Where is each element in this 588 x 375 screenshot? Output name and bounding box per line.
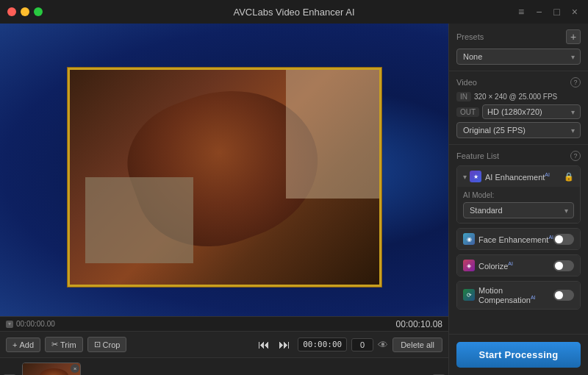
menu-icon-button[interactable]: ≡ bbox=[515, 4, 527, 19]
right-panel: Presets + None Custom 1 Custom 2 ▾ Video… bbox=[448, 24, 588, 375]
ai-enhancement-item: ▾ ★ AI EnhancementAI 🔒 AI Model: Standar… bbox=[456, 165, 581, 224]
colorize-icon: ◈ bbox=[463, 260, 475, 271]
scene-box bbox=[85, 177, 193, 263]
clip-track: ‹ × deinterlace.mxt › bbox=[0, 358, 448, 375]
maximize-button[interactable] bbox=[34, 7, 43, 16]
resolution-select[interactable]: HD (1280x720) Full HD (1920x1080) 4K (38… bbox=[482, 104, 581, 119]
motion-compensation-label: Motion CompensationAI bbox=[478, 286, 553, 304]
visibility-icon[interactable]: 👁 bbox=[378, 339, 388, 351]
video-help-button[interactable]: ? bbox=[570, 77, 581, 88]
fps-select-wrap: Original (25 FPS) 24 FPS 30 FPS 60 FPS ▾ bbox=[456, 122, 581, 138]
video-in-row: IN 320 × 240 @ 25.000 FPS bbox=[456, 92, 581, 101]
resolution-select-wrap: HD (1280x720) Full HD (1920x1080) 4K (38… bbox=[482, 104, 581, 119]
face-enhancement-item: ◉ Face EnhancementAI bbox=[456, 228, 581, 250]
ai-enhancement-body: AI Model: Standard Premium Ultra ▾ bbox=[457, 187, 580, 223]
ai-enhancement-icon: ★ bbox=[470, 171, 481, 182]
add-preset-button[interactable]: + bbox=[566, 29, 581, 44]
face-enhancement-label: Face EnhancementAI bbox=[478, 235, 553, 244]
video-label: Video ? bbox=[456, 77, 581, 88]
feature-list-section: Feature List ? ▾ ★ AI EnhancementAI 🔒 AI… bbox=[449, 145, 588, 320]
feature-list-help-button[interactable]: ? bbox=[570, 151, 581, 161]
delete-all-button[interactable]: Delete all bbox=[392, 338, 442, 352]
timeline-start-time: 00:00:00.00 bbox=[16, 320, 55, 328]
traffic-lights[interactable] bbox=[7, 7, 43, 16]
main-content: ▾ 00:00:00.00 00:00:10.08 + Add ✂ Trim ⊡… bbox=[0, 24, 588, 375]
scene-wall bbox=[286, 70, 379, 199]
face-enhancement-icon: ◉ bbox=[463, 233, 475, 245]
title-bar: AVCLabs Video Enhancer AI ≡ − □ × bbox=[0, 0, 588, 24]
feature-list-header: Feature List ? bbox=[456, 151, 581, 161]
out-tag: OUT bbox=[456, 107, 479, 117]
video-scene bbox=[70, 70, 379, 285]
video-preview bbox=[0, 24, 448, 316]
video-frame bbox=[0, 24, 448, 316]
face-enhancement-row[interactable]: ◉ Face EnhancementAI bbox=[457, 229, 580, 249]
trim-label: Trim bbox=[60, 340, 76, 349]
trim-button[interactable]: ✂ Trim bbox=[45, 337, 83, 352]
face-enhancement-toggle[interactable] bbox=[553, 234, 574, 245]
crop-label: Crop bbox=[103, 340, 121, 349]
video-out-row: OUT HD (1280x720) Full HD (1920x1080) 4K… bbox=[456, 104, 581, 119]
close-button[interactable] bbox=[7, 7, 16, 16]
presets-select[interactable]: None Custom 1 Custom 2 bbox=[456, 49, 581, 65]
colorize-row[interactable]: ◈ ColorizeAI bbox=[457, 255, 580, 276]
colorize-ai-sup: AI bbox=[508, 261, 513, 266]
lock-icon[interactable]: 🔒 bbox=[564, 172, 574, 182]
ai-enhancement-label: AI EnhancementAI bbox=[485, 172, 564, 182]
video-inner-frame bbox=[68, 68, 381, 288]
presets-select-wrap: None Custom 1 Custom 2 ▾ bbox=[456, 49, 581, 65]
motion-compensation-item: ⟳ Motion CompensationAI bbox=[456, 281, 581, 310]
start-processing-button[interactable]: Start Processing bbox=[456, 342, 581, 368]
motion-compensation-icon: ⟳ bbox=[463, 289, 475, 301]
app-title: AVCLabs Video Enhancer AI bbox=[233, 7, 354, 18]
trim-icon: ✂ bbox=[51, 340, 58, 349]
ai-model-select[interactable]: Standard Premium Ultra bbox=[463, 202, 574, 218]
expand-icon: ▾ bbox=[463, 173, 467, 181]
clip-close-button[interactable]: × bbox=[71, 364, 79, 373]
window-close-btn[interactable]: × bbox=[569, 4, 581, 19]
timeline-area: ▾ 00:00:00.00 00:00:10.08 + Add ✂ Trim ⊡… bbox=[0, 316, 448, 375]
window-controls[interactable]: ≡ − □ × bbox=[515, 4, 581, 19]
timeline-end-time: 00:00:10.08 bbox=[396, 319, 442, 329]
window-maximize-btn[interactable]: □ bbox=[551, 4, 562, 19]
clip-container: × deinterlace.mxt bbox=[16, 360, 432, 375]
current-time-display: 00:00:00 bbox=[298, 338, 347, 351]
playhead-icon: ▾ bbox=[6, 321, 13, 328]
start-processing-wrap: Start Processing bbox=[449, 334, 588, 375]
crop-button[interactable]: ⊡ Crop bbox=[87, 337, 127, 352]
motion-compensation-toggle[interactable] bbox=[553, 290, 574, 301]
ai-model-label: AI Model: bbox=[463, 191, 574, 199]
clip-thumb-decoration bbox=[40, 368, 68, 375]
in-value: 320 × 240 @ 25.000 FPS bbox=[474, 93, 557, 101]
skip-back-button[interactable]: ⏮ bbox=[255, 338, 273, 352]
window-minimize-btn[interactable]: − bbox=[533, 4, 545, 19]
timeline-ruler: ▾ 00:00:00.00 00:00:10.08 bbox=[0, 317, 448, 332]
video-section: Video ? IN 320 × 240 @ 25.000 FPS OUT HD… bbox=[449, 71, 588, 145]
add-icon: + bbox=[12, 340, 17, 349]
minimize-button[interactable] bbox=[21, 7, 29, 16]
skip-forward-button[interactable]: ⏭ bbox=[276, 338, 293, 352]
fps-select[interactable]: Original (25 FPS) 24 FPS 30 FPS 60 FPS bbox=[456, 122, 581, 138]
in-tag: IN bbox=[456, 92, 471, 101]
feature-list-label: Feature List bbox=[456, 151, 499, 160]
ai-sup: AI bbox=[545, 172, 550, 177]
left-panel: ▾ 00:00:00.00 00:00:10.08 + Add ✂ Trim ⊡… bbox=[0, 24, 448, 375]
transport-controls: ⏮ ⏭ bbox=[255, 338, 293, 352]
presets-section: Presets + None Custom 1 Custom 2 ▾ bbox=[449, 24, 588, 71]
colorize-label: ColorizeAI bbox=[478, 261, 553, 271]
ai-enhancement-row[interactable]: ▾ ★ AI EnhancementAI 🔒 bbox=[457, 166, 580, 187]
crop-icon: ⊡ bbox=[94, 340, 101, 349]
ai-model-select-wrap: Standard Premium Ultra ▾ bbox=[463, 202, 574, 218]
colorize-item: ◈ ColorizeAI bbox=[456, 254, 581, 276]
timeline-start: ▾ 00:00:00.00 bbox=[6, 320, 55, 328]
colorize-toggle[interactable] bbox=[553, 260, 574, 271]
presets-label: Presets + bbox=[456, 29, 581, 44]
motion-compensation-row[interactable]: ⟳ Motion CompensationAI bbox=[457, 282, 580, 309]
clip-item[interactable]: × deinterlace.mxt bbox=[22, 362, 81, 375]
add-button[interactable]: + Add bbox=[6, 338, 40, 352]
motion-ai-sup: AI bbox=[531, 295, 536, 300]
add-label: Add bbox=[19, 340, 34, 349]
timeline-controls: + Add ✂ Trim ⊡ Crop ⏮ ⏭ 00:00:00 0 bbox=[0, 332, 448, 358]
current-frame-display: 0 bbox=[351, 338, 373, 351]
